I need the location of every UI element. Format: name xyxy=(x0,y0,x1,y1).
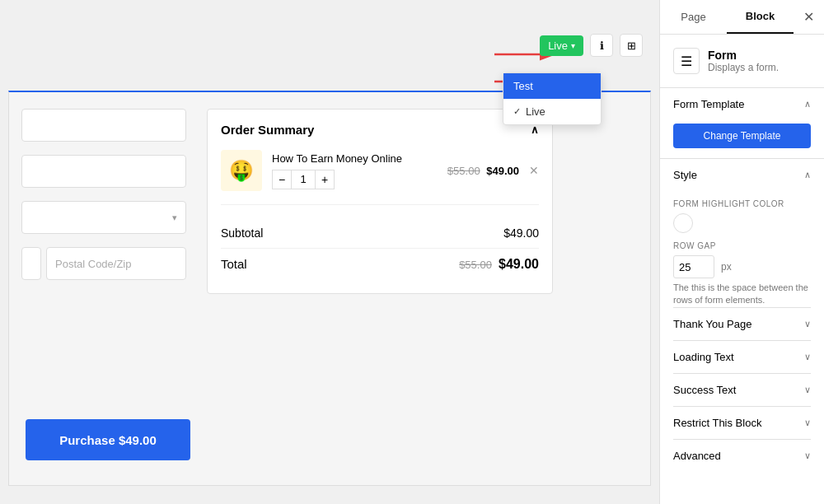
checkmark-icon: ✓ xyxy=(513,106,521,117)
live-label-dropdown: Live xyxy=(526,105,545,118)
product-new-price: $49.00 xyxy=(486,165,519,177)
live-label: Live xyxy=(548,40,568,52)
restrict-block-section: Restrict This Block ∨ xyxy=(673,406,811,439)
input-fields-column: ▾ Postal Code/Zip xyxy=(21,109,186,280)
style-section-header[interactable]: Style ∧ xyxy=(673,159,811,191)
dropdown-live-item[interactable]: ✓ Live xyxy=(503,99,601,124)
subtotal-row: Subtotal $49.00 xyxy=(221,218,539,249)
order-summary-box: Order Summary ∧ 🤑 How To Earn Money Onli… xyxy=(207,109,553,294)
success-text-label: Success Text xyxy=(673,384,736,396)
quantity-controls: − 1 + xyxy=(272,170,438,189)
total-new-price: $49.00 xyxy=(499,257,539,271)
form-template-header[interactable]: Form Template ∧ xyxy=(673,88,811,120)
live-dropdown-button[interactable]: Live ▾ xyxy=(540,35,583,56)
total-price: $55.00 $49.00 xyxy=(459,257,539,272)
chevron-down-icon: ▾ xyxy=(571,41,575,50)
loading-text-label: Loading Text xyxy=(673,351,734,363)
close-sidebar-button[interactable]: ✕ xyxy=(794,2,824,31)
test-label: Test xyxy=(513,80,533,92)
form-block-icon: ☰ xyxy=(673,48,700,74)
sidebar-panel: Page Block ✕ ☰ Form Displays a form. For… xyxy=(659,0,824,504)
advanced-section: Advanced ∨ xyxy=(673,439,811,472)
input-field-select[interactable]: ▾ xyxy=(21,201,186,234)
qty-value: 1 xyxy=(292,170,315,189)
product-thumbnail: 🤑 xyxy=(221,150,262,191)
restrict-block-label: Restrict This Block xyxy=(673,417,761,429)
loading-text-chevron-icon: ∨ xyxy=(804,352,811,362)
postal-row: Postal Code/Zip xyxy=(21,247,186,280)
highlight-color-label: FORM HIGHLIGHT COLOR xyxy=(673,199,811,208)
product-old-price: $55.00 xyxy=(447,165,480,177)
total-label: Total xyxy=(221,257,247,272)
style-label: Style xyxy=(673,169,697,181)
product-price: $55.00 $49.00 xyxy=(447,165,519,177)
row-gap-input[interactable] xyxy=(673,255,714,278)
success-text-chevron-icon: ∨ xyxy=(804,385,811,395)
sidebar-content: ☰ Form Displays a form. Form Template ∧ … xyxy=(660,35,824,504)
subtotal-label: Subtotal xyxy=(221,226,263,240)
thank-you-chevron-icon: ∨ xyxy=(804,319,811,329)
restrict-block-chevron-icon: ∨ xyxy=(804,418,811,428)
block-description: Displays a form. xyxy=(708,62,779,73)
form-template-chevron-icon: ∧ xyxy=(804,99,811,110)
purchase-button[interactable]: Purchase $49.00 xyxy=(26,419,190,460)
style-chevron-icon: ∧ xyxy=(804,170,811,180)
tab-block[interactable]: Block xyxy=(727,0,794,34)
loading-text-header[interactable]: Loading Text ∨ xyxy=(673,341,811,373)
tab-page[interactable]: Page xyxy=(660,1,727,33)
qty-decrease-button[interactable]: − xyxy=(272,170,292,189)
form-content-area: ▾ Postal Code/Zip Order Summary ∧ 🤑 xyxy=(8,91,651,486)
block-info-text: Form Displays a form. xyxy=(708,49,779,73)
row-gap-unit: px xyxy=(721,261,732,273)
block-info: ☰ Form Displays a form. xyxy=(673,48,811,74)
form-template-section: Form Template ∧ Change Template xyxy=(673,88,811,158)
order-item-row: 🤑 How To Earn Money Online − 1 + $55.00 … xyxy=(221,150,539,205)
advanced-label: Advanced xyxy=(673,450,721,462)
loading-text-section: Loading Text ∨ xyxy=(673,340,811,373)
advanced-chevron-icon: ∨ xyxy=(804,450,811,461)
change-template-button[interactable]: Change Template xyxy=(673,124,811,148)
country-code-field[interactable] xyxy=(21,247,41,280)
color-picker-circle[interactable] xyxy=(673,213,693,233)
success-text-header[interactable]: Success Text ∨ xyxy=(673,374,811,406)
order-summary-header: Order Summary ∧ xyxy=(221,123,539,137)
product-name: How To Earn Money Online xyxy=(272,152,438,165)
success-text-section: Success Text ∨ xyxy=(673,373,811,406)
dropdown-test-item[interactable]: Test xyxy=(503,73,601,99)
row-gap-hint: The this is the space between the rows o… xyxy=(673,282,811,307)
product-info: How To Earn Money Online − 1 + xyxy=(272,152,438,189)
remove-item-button[interactable]: ✕ xyxy=(529,164,539,177)
thank-you-header[interactable]: Thank You Page ∨ xyxy=(673,308,811,340)
qty-increase-button[interactable]: + xyxy=(315,170,335,189)
product-emoji: 🤑 xyxy=(229,159,254,182)
total-row: Total $55.00 $49.00 xyxy=(221,249,539,280)
advanced-header[interactable]: Advanced ∨ xyxy=(673,440,811,472)
postal-code-input[interactable]: Postal Code/Zip xyxy=(46,247,186,280)
template-dropdown: Test ✓ Live xyxy=(503,72,602,125)
form-template-label: Form Template xyxy=(673,98,744,110)
select-chevron-icon: ▾ xyxy=(172,212,177,223)
input-field-1[interactable] xyxy=(21,109,186,142)
total-old-price: $55.00 xyxy=(459,259,492,271)
row-gap-row: px xyxy=(673,255,811,278)
subtotal-value: $49.00 xyxy=(503,226,539,240)
settings-icon-button[interactable]: ⊞ xyxy=(620,34,643,57)
input-field-2[interactable] xyxy=(21,155,186,188)
order-summary-chevron-icon: ∧ xyxy=(531,124,539,136)
style-section: Style ∧ FORM HIGHLIGHT COLOR ROW GAP px … xyxy=(673,159,811,307)
thank-you-label: Thank You Page xyxy=(673,318,751,330)
row-gap-label: ROW GAP xyxy=(673,241,811,250)
restrict-block-header[interactable]: Restrict This Block ∨ xyxy=(673,407,811,439)
info-icon-button[interactable]: ℹ xyxy=(590,34,613,57)
thank-you-section: Thank You Page ∨ xyxy=(673,307,811,340)
sidebar-tabs: Page Block ✕ xyxy=(660,0,824,35)
highlight-color-row xyxy=(673,213,811,233)
block-title: Form xyxy=(708,49,779,62)
